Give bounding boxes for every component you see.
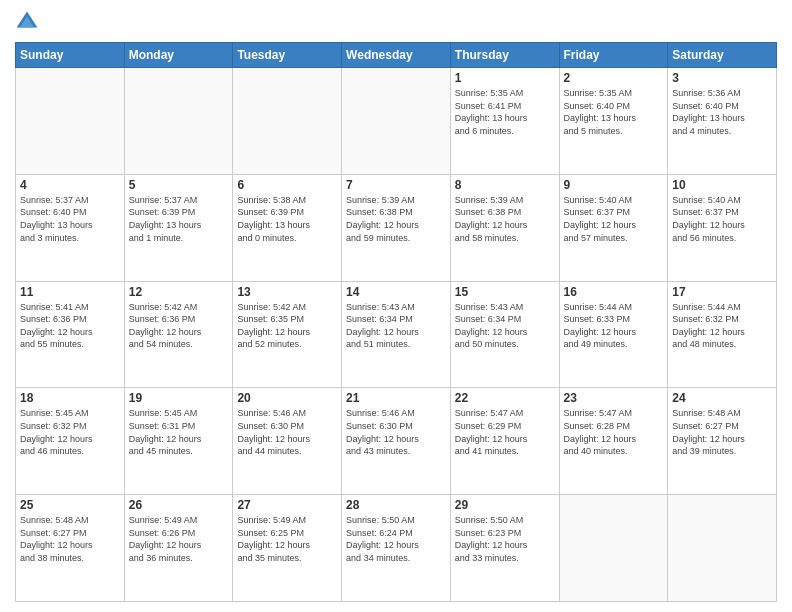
day-number: 22: [455, 391, 555, 405]
day-number: 11: [20, 285, 120, 299]
day-info: Sunrise: 5:35 AM Sunset: 6:41 PM Dayligh…: [455, 87, 555, 137]
day-info: Sunrise: 5:39 AM Sunset: 6:38 PM Dayligh…: [455, 194, 555, 244]
day-cell: [124, 68, 233, 175]
day-cell: [342, 68, 451, 175]
day-cell: 17Sunrise: 5:44 AM Sunset: 6:32 PM Dayli…: [668, 281, 777, 388]
day-number: 18: [20, 391, 120, 405]
calendar-page: SundayMondayTuesdayWednesdayThursdayFrid…: [0, 0, 792, 612]
day-cell: 16Sunrise: 5:44 AM Sunset: 6:33 PM Dayli…: [559, 281, 668, 388]
day-cell: 26Sunrise: 5:49 AM Sunset: 6:26 PM Dayli…: [124, 495, 233, 602]
day-info: Sunrise: 5:40 AM Sunset: 6:37 PM Dayligh…: [564, 194, 664, 244]
day-number: 26: [129, 498, 229, 512]
day-cell: 22Sunrise: 5:47 AM Sunset: 6:29 PM Dayli…: [450, 388, 559, 495]
day-cell: 3Sunrise: 5:36 AM Sunset: 6:40 PM Daylig…: [668, 68, 777, 175]
day-cell: 9Sunrise: 5:40 AM Sunset: 6:37 PM Daylig…: [559, 174, 668, 281]
day-header-sunday: Sunday: [16, 43, 125, 68]
day-number: 16: [564, 285, 664, 299]
day-info: Sunrise: 5:47 AM Sunset: 6:29 PM Dayligh…: [455, 407, 555, 457]
day-info: Sunrise: 5:50 AM Sunset: 6:23 PM Dayligh…: [455, 514, 555, 564]
day-info: Sunrise: 5:46 AM Sunset: 6:30 PM Dayligh…: [346, 407, 446, 457]
day-cell: 14Sunrise: 5:43 AM Sunset: 6:34 PM Dayli…: [342, 281, 451, 388]
day-info: Sunrise: 5:45 AM Sunset: 6:31 PM Dayligh…: [129, 407, 229, 457]
day-cell: 18Sunrise: 5:45 AM Sunset: 6:32 PM Dayli…: [16, 388, 125, 495]
day-info: Sunrise: 5:49 AM Sunset: 6:25 PM Dayligh…: [237, 514, 337, 564]
day-header-wednesday: Wednesday: [342, 43, 451, 68]
day-cell: 27Sunrise: 5:49 AM Sunset: 6:25 PM Dayli…: [233, 495, 342, 602]
day-number: 8: [455, 178, 555, 192]
week-row-3: 18Sunrise: 5:45 AM Sunset: 6:32 PM Dayli…: [16, 388, 777, 495]
day-cell: 23Sunrise: 5:47 AM Sunset: 6:28 PM Dayli…: [559, 388, 668, 495]
header-row: SundayMondayTuesdayWednesdayThursdayFrid…: [16, 43, 777, 68]
day-cell: [668, 495, 777, 602]
day-info: Sunrise: 5:39 AM Sunset: 6:38 PM Dayligh…: [346, 194, 446, 244]
day-number: 4: [20, 178, 120, 192]
day-info: Sunrise: 5:40 AM Sunset: 6:37 PM Dayligh…: [672, 194, 772, 244]
day-info: Sunrise: 5:38 AM Sunset: 6:39 PM Dayligh…: [237, 194, 337, 244]
logo-icon: [15, 10, 39, 34]
week-row-1: 4Sunrise: 5:37 AM Sunset: 6:40 PM Daylig…: [16, 174, 777, 281]
day-cell: 21Sunrise: 5:46 AM Sunset: 6:30 PM Dayli…: [342, 388, 451, 495]
day-cell: 7Sunrise: 5:39 AM Sunset: 6:38 PM Daylig…: [342, 174, 451, 281]
day-number: 12: [129, 285, 229, 299]
day-cell: 25Sunrise: 5:48 AM Sunset: 6:27 PM Dayli…: [16, 495, 125, 602]
day-cell: 6Sunrise: 5:38 AM Sunset: 6:39 PM Daylig…: [233, 174, 342, 281]
day-header-saturday: Saturday: [668, 43, 777, 68]
day-cell: 15Sunrise: 5:43 AM Sunset: 6:34 PM Dayli…: [450, 281, 559, 388]
day-number: 5: [129, 178, 229, 192]
day-info: Sunrise: 5:45 AM Sunset: 6:32 PM Dayligh…: [20, 407, 120, 457]
day-header-thursday: Thursday: [450, 43, 559, 68]
day-cell: 19Sunrise: 5:45 AM Sunset: 6:31 PM Dayli…: [124, 388, 233, 495]
day-number: 17: [672, 285, 772, 299]
day-cell: [233, 68, 342, 175]
day-number: 3: [672, 71, 772, 85]
day-info: Sunrise: 5:48 AM Sunset: 6:27 PM Dayligh…: [672, 407, 772, 457]
day-info: Sunrise: 5:43 AM Sunset: 6:34 PM Dayligh…: [346, 301, 446, 351]
day-info: Sunrise: 5:48 AM Sunset: 6:27 PM Dayligh…: [20, 514, 120, 564]
day-header-friday: Friday: [559, 43, 668, 68]
day-info: Sunrise: 5:37 AM Sunset: 6:39 PM Dayligh…: [129, 194, 229, 244]
day-info: Sunrise: 5:42 AM Sunset: 6:36 PM Dayligh…: [129, 301, 229, 351]
week-row-2: 11Sunrise: 5:41 AM Sunset: 6:36 PM Dayli…: [16, 281, 777, 388]
day-number: 13: [237, 285, 337, 299]
day-number: 29: [455, 498, 555, 512]
week-row-0: 1Sunrise: 5:35 AM Sunset: 6:41 PM Daylig…: [16, 68, 777, 175]
day-number: 2: [564, 71, 664, 85]
day-cell: 8Sunrise: 5:39 AM Sunset: 6:38 PM Daylig…: [450, 174, 559, 281]
day-number: 28: [346, 498, 446, 512]
day-number: 21: [346, 391, 446, 405]
day-number: 6: [237, 178, 337, 192]
day-cell: 2Sunrise: 5:35 AM Sunset: 6:40 PM Daylig…: [559, 68, 668, 175]
day-cell: 13Sunrise: 5:42 AM Sunset: 6:35 PM Dayli…: [233, 281, 342, 388]
day-info: Sunrise: 5:44 AM Sunset: 6:33 PM Dayligh…: [564, 301, 664, 351]
day-number: 24: [672, 391, 772, 405]
day-number: 23: [564, 391, 664, 405]
day-number: 1: [455, 71, 555, 85]
day-cell: [16, 68, 125, 175]
day-number: 27: [237, 498, 337, 512]
day-info: Sunrise: 5:37 AM Sunset: 6:40 PM Dayligh…: [20, 194, 120, 244]
day-header-monday: Monday: [124, 43, 233, 68]
day-cell: 20Sunrise: 5:46 AM Sunset: 6:30 PM Dayli…: [233, 388, 342, 495]
day-cell: 5Sunrise: 5:37 AM Sunset: 6:39 PM Daylig…: [124, 174, 233, 281]
day-cell: 24Sunrise: 5:48 AM Sunset: 6:27 PM Dayli…: [668, 388, 777, 495]
day-number: 10: [672, 178, 772, 192]
day-cell: 29Sunrise: 5:50 AM Sunset: 6:23 PM Dayli…: [450, 495, 559, 602]
day-number: 19: [129, 391, 229, 405]
day-info: Sunrise: 5:50 AM Sunset: 6:24 PM Dayligh…: [346, 514, 446, 564]
day-cell: 1Sunrise: 5:35 AM Sunset: 6:41 PM Daylig…: [450, 68, 559, 175]
logo: [15, 10, 43, 34]
day-header-tuesday: Tuesday: [233, 43, 342, 68]
day-info: Sunrise: 5:49 AM Sunset: 6:26 PM Dayligh…: [129, 514, 229, 564]
day-info: Sunrise: 5:35 AM Sunset: 6:40 PM Dayligh…: [564, 87, 664, 137]
day-cell: 11Sunrise: 5:41 AM Sunset: 6:36 PM Dayli…: [16, 281, 125, 388]
day-cell: 10Sunrise: 5:40 AM Sunset: 6:37 PM Dayli…: [668, 174, 777, 281]
day-number: 7: [346, 178, 446, 192]
header: [15, 10, 777, 34]
day-info: Sunrise: 5:43 AM Sunset: 6:34 PM Dayligh…: [455, 301, 555, 351]
day-info: Sunrise: 5:36 AM Sunset: 6:40 PM Dayligh…: [672, 87, 772, 137]
week-row-4: 25Sunrise: 5:48 AM Sunset: 6:27 PM Dayli…: [16, 495, 777, 602]
day-number: 20: [237, 391, 337, 405]
day-number: 15: [455, 285, 555, 299]
day-number: 9: [564, 178, 664, 192]
day-number: 14: [346, 285, 446, 299]
